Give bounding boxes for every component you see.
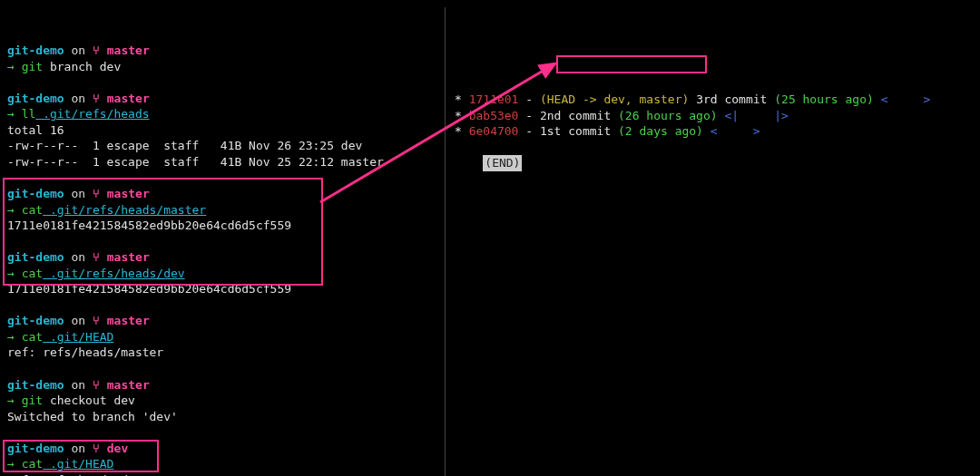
- pager-end-marker: (END): [483, 155, 522, 171]
- command: cat: [22, 457, 43, 471]
- author-bracket: < >: [874, 92, 931, 106]
- prompt-arrow-icon: →: [7, 457, 22, 471]
- on-word: on: [64, 44, 93, 57]
- output-line: Switched to branch 'dev': [7, 409, 437, 425]
- prompt-context: git-demo on ⑂ master: [7, 186, 437, 202]
- output-line: 1711e0181fe421584582ed9bb20e64cd6d5cf559: [7, 218, 437, 234]
- blank-line: [7, 170, 437, 186]
- command: cat: [22, 330, 43, 344]
- commit-message: 2nd commit: [540, 109, 618, 122]
- git-log-line: * 6e04700 - 1st commit (2 days ago) < >: [455, 123, 973, 140]
- branch-name: master: [100, 44, 150, 57]
- output-line: total 16: [7, 122, 437, 139]
- commit-message: 1st commit: [540, 124, 618, 138]
- output-line: -rw-r--r-- 1 escape staff 41B Nov 25 22:…: [7, 154, 437, 170]
- command-args: .git/refs/heads: [35, 107, 149, 121]
- blank-line: [7, 297, 437, 314]
- command-line[interactable]: → cat .git/HEAD: [7, 329, 437, 345]
- prompt-context: git-demo on ⑂ master: [7, 249, 437, 266]
- output-line: ref: refs/heads/dev: [7, 472, 437, 476]
- terminal-split-view: git-demo on ⑂ master→ git branch dev git…: [0, 0, 980, 476]
- command-line[interactable]: → git checkout dev: [7, 393, 437, 409]
- command-args: .git/refs/heads/master: [43, 203, 206, 217]
- graph-marker: *: [455, 109, 469, 122]
- command-line[interactable]: → git branch dev: [7, 59, 437, 75]
- graph-marker: *: [455, 124, 469, 138]
- prompt-arrow-icon: →: [7, 330, 22, 344]
- command-line[interactable]: → cat .git/refs/heads/dev: [7, 266, 437, 282]
- commit-age: (26 hours ago): [618, 109, 718, 122]
- prompt-arrow-icon: →: [7, 393, 22, 407]
- command-line[interactable]: → cat .git/HEAD: [7, 456, 437, 472]
- graph-marker: *: [455, 92, 469, 106]
- command-args: branch dev: [43, 60, 121, 73]
- branch-icon: ⑂: [93, 187, 100, 200]
- commit-hash: 1711e01: [469, 92, 519, 106]
- commit-hash: 6e04700: [469, 124, 519, 138]
- right-terminal-pane[interactable]: * 1711e01 - (HEAD -> dev, master) 3rd co…: [446, 7, 980, 476]
- branch-name: master: [100, 92, 150, 105]
- output-line: 1711e0181fe421584582ed9bb20e64cd6d5cf559: [7, 281, 437, 297]
- blank-line: [7, 361, 437, 377]
- prompt-context: git-demo on ⑂ master: [7, 313, 437, 329]
- commit-age: (2 days ago): [618, 124, 703, 138]
- prompt-context: git-demo on ⑂ master: [7, 377, 437, 393]
- dir-name: git-demo: [7, 442, 64, 455]
- output-line: -rw-r--r-- 1 escape staff 41B Nov 26 23:…: [7, 138, 437, 154]
- branch-name: master: [100, 314, 150, 327]
- author-bracket: < >: [703, 124, 760, 138]
- branch-icon: ⑂: [93, 250, 100, 264]
- commit-age: (25 hours ago): [774, 92, 874, 106]
- prompt-arrow-icon: →: [7, 203, 22, 217]
- blank-line: [7, 234, 437, 250]
- git-log-line: * 1711e01 - (HEAD -> dev, master) 3rd co…: [455, 92, 973, 108]
- command-args: checkout dev: [43, 393, 135, 407]
- dir-name: git-demo: [7, 44, 64, 57]
- branch-name: master: [100, 250, 150, 264]
- branch-icon: ⑂: [93, 442, 100, 455]
- separator: -: [518, 92, 539, 106]
- prompt-context: git-demo on ⑂ master: [7, 91, 437, 107]
- branch-icon: ⑂: [93, 314, 100, 327]
- branch-icon: ⑂: [93, 378, 100, 392]
- command-line[interactable]: → cat .git/refs/heads/master: [7, 202, 437, 219]
- command: git: [22, 393, 43, 407]
- git-log-line: * bab53e0 - 2nd commit (26 hours ago) <|…: [455, 108, 973, 124]
- left-terminal-pane[interactable]: git-demo on ⑂ master→ git branch dev git…: [0, 7, 446, 476]
- prompt-context: git-demo on ⑂ master: [7, 43, 437, 59]
- commit-hash: bab53e0: [469, 109, 519, 122]
- refs-decoration: (HEAD -> dev, master): [540, 92, 689, 106]
- dir-name: git-demo: [7, 378, 64, 392]
- command-line[interactable]: → ll .git/refs/heads: [7, 106, 437, 122]
- on-word: on: [64, 92, 93, 105]
- on-word: on: [64, 187, 93, 200]
- command: cat: [22, 203, 43, 217]
- dir-name: git-demo: [7, 92, 64, 105]
- author-bracket: <| |>: [718, 109, 789, 122]
- branch-icon: ⑂: [93, 92, 100, 105]
- command-args: .git/refs/heads/dev: [43, 267, 185, 280]
- output-line: ref: refs/heads/master: [7, 345, 437, 361]
- separator: -: [518, 124, 539, 138]
- blank-line: [7, 424, 437, 441]
- on-word: on: [64, 442, 93, 455]
- branch-name: master: [100, 378, 150, 392]
- blank-line: [7, 74, 437, 91]
- command-args: .git/HEAD: [43, 330, 113, 344]
- on-word: on: [64, 378, 93, 392]
- prompt-arrow-icon: →: [7, 60, 22, 73]
- dir-name: git-demo: [7, 250, 64, 264]
- commit-message: 3rd commit: [689, 92, 774, 106]
- branch-name: master: [100, 187, 150, 200]
- prompt-arrow-icon: →: [7, 267, 22, 280]
- on-word: on: [64, 250, 93, 264]
- command: git: [22, 60, 43, 73]
- branch-name: dev: [100, 442, 128, 455]
- command: cat: [22, 267, 43, 280]
- prompt-arrow-icon: →: [7, 107, 22, 121]
- separator: -: [518, 109, 539, 122]
- dir-name: git-demo: [7, 314, 64, 327]
- command: ll: [22, 107, 36, 121]
- branch-icon: ⑂: [93, 44, 100, 57]
- command-args: .git/HEAD: [43, 457, 113, 471]
